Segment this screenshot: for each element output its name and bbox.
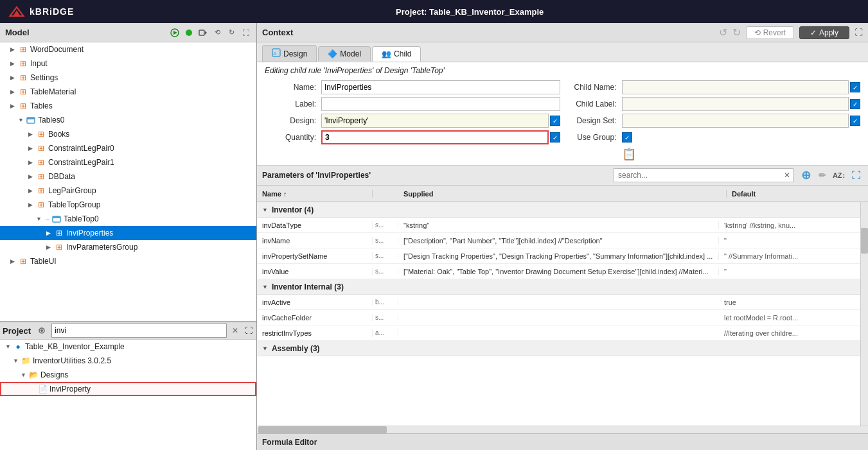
expand-model-icon[interactable]: ⛶ — [240, 27, 251, 39]
tree-item-TableTopGroup[interactable]: ▶ ⊞ TableTopGroup — [0, 198, 256, 212]
form-grid: Name: Child Name: ✓ Label: Child Label: … — [265, 80, 860, 161]
refresh-icon[interactable]: ↻ — [226, 27, 237, 39]
tree-item-TableUI[interactable]: ▶ ⊞ TableUI — [0, 254, 256, 268]
tree-item-ConstraintLegPair0[interactable]: ▶ ⊞ ConstraintLegPair0 — [0, 141, 256, 155]
param-row-invCacheFolder[interactable]: invCacheFolder s... let rootModel = R.ro… — [257, 310, 860, 325]
green-circle-icon[interactable] — [183, 27, 195, 39]
tab-design[interactable]: A Design — [262, 45, 317, 62]
node-icon: ⊞ — [18, 87, 28, 97]
project-search-clear[interactable]: ✕ — [229, 326, 241, 335]
params-search-box: ✕ — [614, 168, 793, 182]
context-actions: ↺ ↻ ⟲ Revert ✓ Apply ⛶ — [719, 26, 863, 39]
tree-item-Settings[interactable]: ▶ ⊞ Settings — [0, 71, 256, 85]
horizontal-scrollbar[interactable] — [257, 426, 868, 433]
label-input[interactable] — [321, 97, 560, 111]
scroll-thumb[interactable] — [861, 228, 868, 254]
param-row-invName[interactable]: invName s... ["Description", "Part Numbe… — [257, 233, 860, 248]
child-name-input[interactable] — [622, 80, 849, 94]
edit-param-icon[interactable]: ✏ — [815, 168, 829, 182]
quantity-checkbox[interactable]: ✓ — [550, 132, 560, 143]
child-name-checkbox[interactable]: ✓ — [850, 82, 860, 92]
param-row-invActive[interactable]: invActive b... true — [257, 295, 860, 310]
redo-button[interactable]: ↻ — [732, 26, 741, 39]
child-label-checkbox[interactable]: ✓ — [850, 99, 860, 109]
undo-tree-icon[interactable]: ⟲ — [211, 27, 223, 39]
tree-item-ConstraintLegPair1[interactable]: ▶ ⊞ ConstraintLegPair1 — [0, 155, 256, 169]
tree-item-Tables[interactable]: ▶ ⊞ Tables — [0, 99, 256, 113]
apply-button[interactable]: ✓ Apply — [799, 26, 849, 39]
tree-item-Books[interactable]: ▶ ⊞ Books — [0, 127, 256, 141]
proj-item-TableKB[interactable]: ▼ ● Table_KB_Inventor_Example — [0, 340, 256, 354]
quantity-label: Quantity: — [265, 133, 316, 142]
param-row-invDataType[interactable]: invDataType s... "kstring" 'kstring' //k… — [257, 218, 860, 233]
child-label-input[interactable] — [622, 97, 849, 111]
tree-label: Books — [48, 130, 69, 139]
project-search-input[interactable] — [51, 324, 227, 338]
expand-params-icon[interactable]: ⛶ — [849, 168, 863, 182]
group-assembly[interactable]: ▼ Assembly (3) — [257, 341, 860, 356]
group-inventor-internal[interactable]: ▼ Inventor Internal (3) — [257, 279, 860, 295]
quantity-input[interactable] — [321, 130, 549, 144]
group-inventor[interactable]: ▼ Inventor (4) — [257, 202, 860, 218]
h-scroll-thumb[interactable] — [258, 426, 387, 433]
param-type: s... — [373, 314, 398, 321]
proj-item-InviProperty[interactable]: 📄 InviProperty — [0, 382, 256, 396]
tree-item-WordDocument[interactable]: ▶ ⊞ WordDocument — [0, 42, 256, 56]
model-title: Model — [5, 28, 30, 37]
node-icon: ⊞ — [36, 171, 46, 182]
tree-item-DBData[interactable]: ▶ ⊞ DBData — [0, 169, 256, 184]
tree-item-InvParametersGroup[interactable]: ▶ ⊞ InvParametersGroup — [0, 240, 256, 254]
tab-child[interactable]: 👥 Child — [372, 46, 421, 62]
project-search-bar: Project ✕ ⛶ — [0, 322, 256, 340]
tab-model-label: Model — [340, 49, 361, 58]
param-row-invPropertySetName[interactable]: invPropertySetName s... ["Design Trackin… — [257, 248, 860, 264]
tree-item-Tables0[interactable]: ▼ Tables0 — [0, 113, 256, 127]
vertical-scrollbar[interactable] — [860, 202, 868, 426]
tree-label: LegPairGroup — [48, 186, 96, 195]
undo-button[interactable]: ↺ — [719, 26, 727, 39]
params-icons-group: ⊕ ✏ AZ↕ ⛶ — [799, 168, 863, 182]
tree-item-InviProperties[interactable]: ▶ ⊞ InviProperties — [0, 226, 256, 240]
tree-arrow: ▶ — [28, 187, 36, 194]
tree-item-TableTop0[interactable]: ▼ → TableTop0 — [0, 212, 256, 226]
record-icon[interactable] — [197, 27, 209, 39]
param-name: invName — [257, 237, 373, 245]
project-tree[interactable]: ▼ ● Table_KB_Inventor_Example ▼ 📁 Invent… — [0, 340, 256, 450]
params-table[interactable]: ▼ Inventor (4) invDataType s... "kstring… — [257, 202, 868, 433]
design-input[interactable] — [321, 114, 549, 128]
tab-model[interactable]: 🔷 Model — [318, 46, 371, 61]
tree-arrow: ▶ — [10, 60, 18, 67]
param-supplied: ["Material: Oak", "Table Top", "Inventor… — [398, 268, 719, 275]
model-tree[interactable]: ▶ ⊞ WordDocument ▶ ⊞ Input ▶ ⊞ Settings … — [0, 42, 256, 322]
param-row-invValue[interactable]: invValue s... ["Material: Oak", "Table T… — [257, 264, 860, 279]
play-icon[interactable] — [169, 27, 181, 39]
proj-item-Designs[interactable]: ▼ 📂 Designs — [0, 368, 256, 382]
sort-az-icon[interactable]: AZ↕ — [832, 168, 846, 182]
notes-icon[interactable]: 📋 — [622, 147, 636, 161]
design-set-checkbox[interactable]: ✓ — [850, 116, 860, 126]
name-input[interactable] — [321, 80, 560, 94]
revert-button[interactable]: ⟲ Revert — [746, 26, 794, 39]
table-header: Name ↑ Supplied Default — [257, 186, 868, 202]
param-type: s... — [373, 221, 398, 229]
tree-label: DBData — [48, 172, 75, 181]
tree-item-LegPairGroup[interactable]: ▶ ⊞ LegPairGroup — [0, 184, 256, 198]
design-set-input[interactable] — [622, 114, 849, 128]
svg-point-4 — [186, 30, 192, 36]
params-table-scroll[interactable]: ▼ Inventor (4) invDataType s... "kstring… — [257, 202, 868, 426]
design-checkbox[interactable]: ✓ — [550, 116, 560, 126]
expand-context-icon[interactable]: ⛶ — [855, 28, 863, 37]
quantity-field: ✓ — [321, 130, 560, 144]
add-param-icon[interactable]: ⊕ — [799, 168, 813, 182]
tree-item-Input[interactable]: ▶ ⊞ Input — [0, 56, 256, 71]
expand-project-icon[interactable]: ⛶ — [244, 326, 254, 335]
param-supplied: ["Description", "Part Number", "Title"][… — [398, 237, 719, 245]
tree-item-TableMaterial[interactable]: ▶ ⊞ TableMaterial — [0, 85, 256, 99]
param-default: true — [719, 299, 860, 306]
params-search-clear[interactable]: ✕ — [781, 171, 793, 180]
proj-item-InventorUtilities[interactable]: ▼ 📁 InventorUtilities 3.0.2.5 — [0, 354, 256, 368]
use-group-checkbox[interactable]: ✓ — [622, 132, 632, 143]
params-search-input[interactable] — [614, 171, 781, 180]
param-row-restrictInvTypes[interactable]: restrictInvTypes a... //Iterating over c… — [257, 325, 860, 341]
right-panel: Context ↺ ↻ ⟲ Revert ✓ Apply ⛶ — [257, 23, 868, 450]
